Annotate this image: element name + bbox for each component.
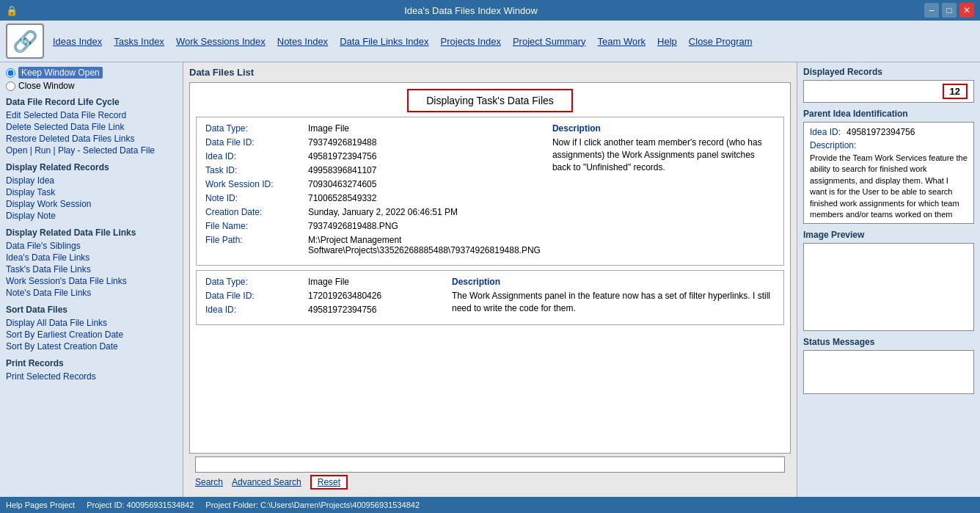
- file-name-label-1: File Name:: [205, 221, 308, 231]
- display-task-link[interactable]: Display Task: [6, 186, 177, 198]
- record-description-2: Description The Work Assignments panel i…: [452, 277, 775, 319]
- delete-selected-link[interactable]: Delete Selected Data File Link: [6, 121, 177, 133]
- nav-ideas-index[interactable]: Ideas Index: [53, 36, 102, 47]
- search-button[interactable]: Search: [195, 475, 223, 490]
- note-id-label-1: Note ID:: [205, 193, 308, 203]
- data-type-value-2: Image File: [308, 277, 349, 287]
- search-input[interactable]: [195, 456, 785, 473]
- description-text-2: The Work Assignments panel in the featur…: [452, 290, 775, 315]
- title-bar-controls: – □ ✕: [924, 3, 974, 18]
- displayed-records-section: Displayed Records 12: [803, 67, 974, 103]
- close-window-row: Close Window: [6, 81, 177, 91]
- nav-tasks-index[interactable]: Tasks Index: [114, 36, 164, 47]
- close-window-label[interactable]: Close Window: [18, 81, 75, 91]
- displayed-records-box: 12: [803, 80, 974, 103]
- reset-button[interactable]: Reset: [310, 475, 348, 490]
- status-project-folder-label: Project Folder: C:\Users\Darren\Projects…: [205, 501, 420, 509]
- creation-date-value-1: Sunday, January 2, 2022 06:46:51 PM: [308, 207, 458, 217]
- records-count-value: 12: [943, 84, 968, 99]
- parent-idea-section: Parent Idea Identification Idea ID: 4958…: [803, 109, 974, 224]
- nav-project-summary[interactable]: Project Summary: [513, 36, 586, 47]
- data-file-id-value-1: 79374926819488: [308, 137, 376, 148]
- nav-team-work[interactable]: Team Work: [598, 36, 646, 47]
- display-related-records-title: Display Related Records: [6, 162, 177, 172]
- table-row[interactable]: Data Type: Image File Data File ID: 7937…: [196, 117, 784, 266]
- nav-close-program[interactable]: Close Program: [689, 36, 753, 47]
- data-file-lifecycle-title: Data File Record Life Cycle: [6, 97, 177, 107]
- title-bar-title: Idea's Data Files Index Window: [404, 5, 538, 16]
- app-container: 🔗 Ideas Index Tasks Index Work Sessions …: [0, 21, 980, 513]
- nav-work-sessions-index[interactable]: Work Sessions Index: [176, 36, 266, 47]
- sort-by-earliest-link[interactable]: Sort By Earliest Creation Date: [6, 329, 177, 341]
- top-nav: 🔗 Ideas Index Tasks Index Work Sessions …: [0, 21, 980, 62]
- displaying-banner-text: Displaying Task's Data Files: [407, 89, 573, 112]
- keep-window-open-label[interactable]: Keep Window Open: [18, 67, 103, 79]
- idea-id-value-1: 49581972394756: [308, 151, 376, 161]
- data-type-row-1: Data Type: Image File: [205, 123, 541, 134]
- work-sessions-data-file-links-link[interactable]: Work Session's Data File Links: [6, 275, 177, 287]
- idea-id-label-2: Idea ID:: [205, 305, 308, 315]
- description-text-1: Now if I click another team member's rec…: [552, 137, 775, 173]
- close-button[interactable]: ✕: [959, 3, 974, 18]
- nav-links: Ideas Index Tasks Index Work Sessions In…: [53, 36, 753, 47]
- sort-data-files-title: Sort Data Files: [6, 305, 177, 315]
- idea-id-row-2: Idea ID: 49581972394756: [205, 305, 440, 315]
- note-id-row-1: Note ID: 71006528549332: [205, 193, 541, 203]
- data-files-area[interactable]: Displaying Task's Data Files Data Type: …: [189, 82, 791, 454]
- displaying-banner: Displaying Task's Data Files: [190, 89, 790, 112]
- notes-data-file-links-link[interactable]: Note's Data File Links: [6, 287, 177, 299]
- work-session-id-value-1: 70930463274605: [308, 179, 376, 189]
- ideas-data-file-links-link[interactable]: Idea's Data File Links: [6, 252, 177, 263]
- data-files-list-title: Data Files List: [189, 67, 791, 78]
- nav-help[interactable]: Help: [657, 36, 677, 47]
- display-work-session-link[interactable]: Display Work Session: [6, 198, 177, 210]
- record-fields-2: Data Type: Image File Data File ID: 1720…: [205, 277, 440, 319]
- minimize-button[interactable]: –: [924, 3, 939, 18]
- display-note-link[interactable]: Display Note: [6, 210, 177, 222]
- data-file-id-label-2: Data File ID:: [205, 291, 308, 301]
- work-session-id-label-1: Work Session ID:: [205, 179, 308, 189]
- status-project-id-value: 400956931534842: [127, 501, 194, 509]
- idea-id-value: 49581972394756: [846, 127, 915, 137]
- nav-data-file-links-index[interactable]: Data File Links Index: [340, 36, 428, 47]
- print-selected-records-link[interactable]: Print Selected Records: [6, 371, 177, 382]
- close-window-radio[interactable]: [6, 81, 15, 91]
- file-path-value-1: M:\Project Management Software\Projects\…: [308, 235, 541, 255]
- status-project-label: Help Pages Project: [6, 501, 75, 509]
- advanced-search-button[interactable]: Advanced Search: [232, 475, 301, 490]
- data-file-id-value-2: 172019263480426: [308, 291, 381, 301]
- status-messages-section: Status Messages: [803, 337, 974, 394]
- search-buttons-row: Search Advanced Search Reset: [195, 475, 785, 490]
- data-file-siblings-link[interactable]: Data File's Siblings: [6, 240, 177, 252]
- image-preview-section: Image Preview: [803, 230, 974, 331]
- maximize-button[interactable]: □: [942, 3, 957, 18]
- creation-date-label-1: Creation Date:: [205, 207, 308, 217]
- table-row[interactable]: Data Type: Image File Data File ID: 1720…: [196, 270, 784, 325]
- nav-notes-index[interactable]: Notes Index: [277, 36, 328, 47]
- keep-window-open-radio[interactable]: [6, 68, 15, 78]
- records-count-row: 12: [810, 84, 968, 99]
- right-panel: Displayed Records 12 Parent Idea Identif…: [797, 62, 980, 497]
- record-fields-1: Data Type: Image File Data File ID: 7937…: [205, 123, 541, 259]
- data-file-id-row-1: Data File ID: 79374926819488: [205, 137, 541, 148]
- creation-date-row-1: Creation Date: Sunday, January 2, 2022 0…: [205, 207, 541, 217]
- sort-by-latest-link[interactable]: Sort By Latest Creation Date: [6, 341, 177, 352]
- status-messages-title: Status Messages: [803, 337, 974, 347]
- data-type-label-1: Data Type:: [205, 123, 308, 134]
- idea-id-value-2: 49581972394756: [308, 305, 376, 315]
- nav-projects-index[interactable]: Projects Index: [441, 36, 501, 47]
- image-preview-box: [803, 243, 974, 331]
- file-path-label-1: File Path:: [205, 235, 308, 255]
- open-run-play-link[interactable]: Open | Run | Play - Selected Data File: [6, 145, 177, 156]
- status-project-id-label: Project ID: 400956931534842: [87, 501, 194, 509]
- display-all-data-file-links-link[interactable]: Display All Data File Links: [6, 317, 177, 329]
- restore-deleted-link[interactable]: Restore Deleted Data Files Links: [6, 133, 177, 145]
- work-session-id-row-1: Work Session ID: 70930463274605: [205, 179, 541, 189]
- display-idea-link[interactable]: Display Idea: [6, 175, 177, 186]
- print-records-title: Print Records: [6, 358, 177, 368]
- tasks-data-file-links-link[interactable]: Task's Data File Links: [6, 263, 177, 275]
- note-id-value-1: 71006528549332: [308, 193, 376, 203]
- edit-selected-link[interactable]: Edit Selected Data File Record: [6, 109, 177, 121]
- keep-window-open-row: Keep Window Open: [6, 67, 177, 79]
- file-name-value-1: 79374926819488.PNG: [308, 221, 398, 231]
